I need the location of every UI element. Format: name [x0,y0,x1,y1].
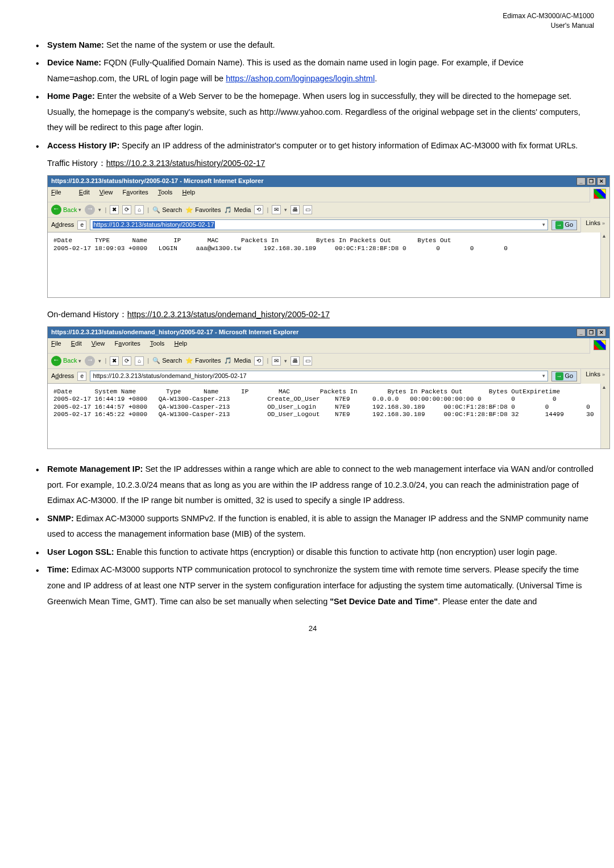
titlebar: https://10.2.3.213/status/ondemand_histo… [48,327,609,338]
close-button[interactable]: ✕ [597,177,606,185]
menu-file[interactable]: File [51,340,61,347]
close-button[interactable]: ✕ [597,329,606,337]
vertical-scrollbar[interactable] [600,384,609,448]
bullet-access-history: Access History IP: Specify an IP address… [31,138,594,154]
search-button[interactable]: 🔍 Search [152,357,182,364]
dropdown-icon[interactable]: ▾ [542,222,545,228]
window-title: https://10.2.3.213/status/history/2005-0… [51,177,264,185]
bullet-list-bottom: Remote Management IP: Set the IP address… [31,462,594,609]
maximize-button[interactable]: ❐ [587,329,596,337]
content-row: 2005-02-17 16:44:19 +0800 QA-W1300-Caspe… [53,396,609,402]
links-button[interactable]: Links » [580,369,609,384]
menu-favorites[interactable]: Favorites [123,189,148,196]
menu-edit[interactable]: Edit [79,189,90,196]
go-button[interactable]: →Go [551,220,578,230]
menu-help[interactable]: Help [174,340,187,347]
label: System Name: [47,40,104,49]
bold-phrase: "Set Device Date and Time" [330,597,438,606]
page-number: 24 [31,622,594,636]
menubar: File Edit View Favorites Tools Help [48,187,590,202]
edit-icon[interactable]: ▭ [303,205,312,214]
stop-icon[interactable]: ✖ [110,356,119,366]
minimize-button[interactable]: _ [576,177,586,185]
minimize-button[interactable]: _ [576,329,586,337]
windows-flag-icon [594,189,606,199]
text: Enable this function to activate https (… [114,547,557,556]
menu-edit[interactable]: Edit [71,340,82,347]
mail-icon[interactable]: ✉ [272,356,281,366]
media-button[interactable]: 🎵 Media [224,357,251,364]
back-button[interactable]: Back ▾ [51,356,81,366]
favorites-button[interactable]: ⭐ Favorites [185,357,221,364]
back-arrow-icon [51,356,61,366]
go-arrow-icon: → [555,372,563,380]
label: Device Name: [47,58,101,67]
traffic-history-label: Traffic History： [47,159,106,168]
menu-file[interactable]: File [51,189,69,196]
product-name: Edimax AC-M3000/AC-M1000 [31,11,594,21]
address-value: https://10.2.3.213/status/history/2005-0… [93,221,214,229]
home-icon[interactable]: ⌂ [135,356,144,366]
menu-view[interactable]: View [99,189,113,196]
content-row: 2005-02-17 18:09:03 +0800 LOGIN aaa@w130… [53,245,508,252]
address-value: https://10.2.3.213/status/ondemand_histo… [93,372,246,380]
address-input[interactable]: https://10.2.3.213/status/history/2005-0… [90,219,547,230]
label: Access History IP: [47,141,119,150]
menu-tools[interactable]: Tools [150,340,165,347]
doc-header: Edimax AC-M3000/AC-M1000 User's Manual [31,11,594,31]
ie-logo [590,187,609,202]
menu-favorites[interactable]: Favorites [115,340,140,347]
menu-help[interactable]: Help [182,189,195,196]
home-icon[interactable]: ⌂ [135,205,144,214]
text: Set the name of the system or use the de… [104,40,275,49]
address-bar: Address e https://10.2.3.213/status/hist… [48,218,580,232]
dropdown-icon[interactable]: ▾ [542,373,545,379]
label: Home Page: [47,92,95,101]
content-header: #Date System Name Type Name IP MAC Packe… [53,388,609,395]
media-button[interactable]: 🎵 Media [224,206,251,214]
print-icon[interactable]: 🖶 [291,205,300,214]
menu-tools[interactable]: Tools [158,189,173,196]
search-button[interactable]: 🔍 Search [152,206,182,214]
back-button[interactable]: Back ▾ [51,205,81,215]
ondemand-history-url: https://10.2.3.213/status/ondemand_histo… [127,310,330,319]
text: Edimax AC-M3000 supports SNMPv2. If the … [47,514,588,539]
mail-icon[interactable]: ✉ [272,205,281,214]
bullet-remote-mgmt: Remote Management IP: Set the IP address… [31,462,594,509]
bullet-user-logon-ssl: User Logon SSL: Enable this function to … [31,545,594,560]
page-icon: e [77,372,86,381]
text: . [375,74,377,83]
history-icon[interactable]: ⟲ [254,205,263,214]
text: Specify an IP address of the administrat… [119,141,578,150]
favorites-button[interactable]: ⭐ Favorites [185,206,221,214]
content-header: #Date TYPE Name IP MAC Packets In Bytes … [53,237,451,244]
vertical-scrollbar[interactable] [600,232,609,297]
ondemand-history-label: On-demand History： [47,310,127,319]
history-icon[interactable]: ⟲ [254,356,263,366]
stop-icon[interactable]: ✖ [110,205,119,214]
menu-view[interactable]: View [92,340,105,347]
text: Enter the website of a Web Server to be … [47,92,580,132]
window-buttons: _ ❐ ✕ [576,177,606,185]
text: . Please enter the date and [438,597,537,606]
ie-window-ondemand: https://10.2.3.213/status/ondemand_histo… [47,326,610,449]
address-input[interactable]: https://10.2.3.213/status/ondemand_histo… [90,371,547,381]
traffic-history-line: Traffic History：https://10.2.3.213/statu… [31,156,594,172]
refresh-icon[interactable]: ⟳ [122,356,131,366]
go-button[interactable]: →Go [551,371,578,381]
page-content: #Date System Name Type Name IP MAC Packe… [48,384,609,448]
print-icon[interactable]: 🖶 [291,356,300,366]
example-url-link[interactable]: https://ashop.com/loginpages/login.shtml [226,74,375,83]
titlebar: https://10.2.3.213/status/history/2005-0… [48,176,609,187]
forward-button[interactable] [85,356,95,366]
content-row: 2005-02-17 16:45:22 +0800 QA-W1300-Caspe… [53,411,594,418]
maximize-button[interactable]: ❐ [587,177,596,185]
edit-icon[interactable]: ▭ [303,356,312,366]
ie-logo [590,338,609,354]
links-button[interactable]: Links » [580,218,609,232]
label: Time: [47,565,69,574]
forward-button[interactable] [85,205,95,215]
bullet-list-top: System Name: Set the name of the system … [31,38,594,154]
refresh-icon[interactable]: ⟳ [122,205,131,214]
content-row: 2005-02-17 16:44:57 +0800 QA-W1300-Caspe… [53,404,609,410]
